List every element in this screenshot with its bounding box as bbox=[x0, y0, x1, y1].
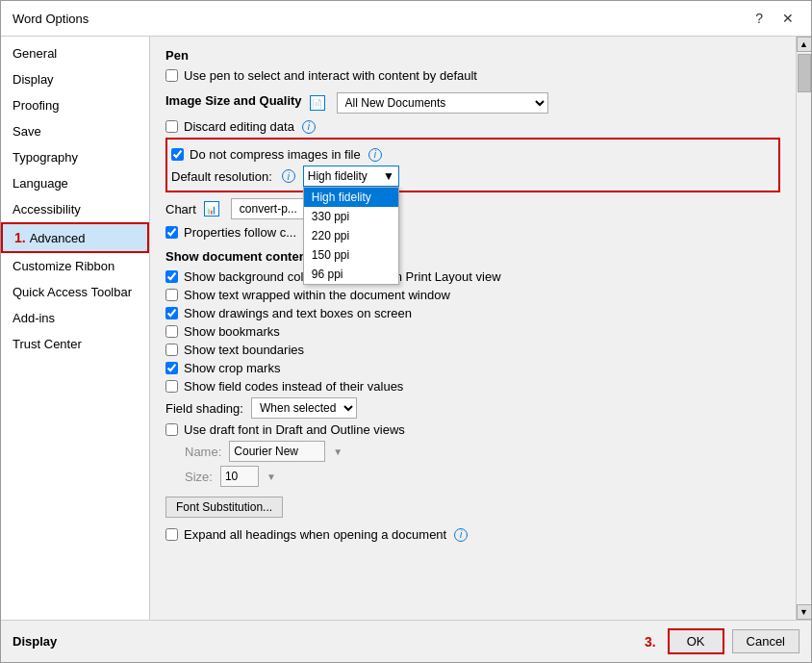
sidebar-item-customize-ribbon[interactable]: Customize Ribbon bbox=[1, 253, 149, 279]
resolution-dropdown-button[interactable]: High fidelity ▼ bbox=[303, 166, 399, 187]
discard-editing-checkbox[interactable] bbox=[165, 120, 178, 133]
show-wrapped-label: Show text wrapped within the document wi… bbox=[184, 288, 450, 302]
do-not-compress-info-icon: i bbox=[368, 148, 382, 162]
pen-section: Pen Use pen to select and interact with … bbox=[165, 48, 780, 83]
annotation-3: 3. bbox=[645, 634, 656, 650]
sidebar-item-display[interactable]: Display bbox=[1, 66, 149, 92]
show-bg-row: Show background colors and images in Pri… bbox=[165, 269, 780, 284]
chart-icon: 📊 bbox=[204, 201, 219, 217]
main-panel: Pen Use pen to select and interact with … bbox=[150, 37, 796, 620]
use-draft-font-checkbox[interactable] bbox=[165, 423, 178, 436]
pen-checkbox[interactable] bbox=[165, 69, 178, 82]
expand-headings-label: Expand all headings when opening a docum… bbox=[184, 527, 446, 542]
scroll-up-arrow[interactable]: ▲ bbox=[797, 37, 812, 52]
size-chevron-icon[interactable]: ▼ bbox=[266, 472, 276, 482]
font-name-row: Name: ▼ bbox=[185, 441, 780, 462]
sidebar-item-proofing[interactable]: Proofing bbox=[1, 92, 149, 118]
document-icon: 📄 bbox=[310, 95, 325, 111]
show-drawings-checkbox[interactable] bbox=[165, 307, 178, 319]
use-draft-font-label: Use draft font in Draft and Outline view… bbox=[184, 422, 405, 437]
word-options-dialog: Word Options ? ✕ General Display Proofin… bbox=[0, 0, 812, 663]
chevron-down-icon[interactable]: ▼ bbox=[333, 446, 343, 457]
font-size-input[interactable] bbox=[220, 466, 259, 487]
close-button[interactable]: ✕ bbox=[776, 9, 799, 28]
show-crop-label: Show crop marks bbox=[184, 361, 280, 375]
dialog-content: General Display Proofing Save Typography… bbox=[1, 37, 811, 620]
resolution-option-96ppi[interactable]: 96 ppi bbox=[304, 265, 398, 284]
show-field-codes-row: Show field codes instead of their values bbox=[165, 379, 780, 394]
sidebar-item-advanced[interactable]: 1.Advanced bbox=[1, 222, 149, 253]
red-outline-box: Do not compress images in file i Default… bbox=[165, 138, 780, 192]
vertical-scrollbar[interactable]: ▲ ▼ bbox=[796, 37, 811, 620]
pen-section-title: Pen bbox=[165, 48, 780, 63]
sidebar-item-add-ins[interactable]: Add-ins bbox=[1, 305, 149, 331]
resolution-dropdown-container: High fidelity ▼ High fidelity 330 ppi 22… bbox=[303, 166, 399, 187]
sidebar-item-quick-access[interactable]: Quick Access Toolbar bbox=[1, 279, 149, 305]
resolution-option-high-fidelity[interactable]: High fidelity bbox=[304, 188, 398, 207]
dialog-title: Word Options bbox=[13, 12, 89, 26]
show-bg-checkbox[interactable] bbox=[165, 270, 178, 283]
show-field-codes-label: Show field codes instead of their values bbox=[184, 379, 403, 394]
sidebar-item-typography[interactable]: Typography bbox=[1, 144, 149, 170]
default-resolution-label: Default resolution: bbox=[171, 169, 272, 184]
properties-follow-row: Properties follow c... bbox=[165, 225, 780, 240]
pen-checkbox-row: Use pen to select and interact with cont… bbox=[165, 68, 780, 83]
expand-headings-checkbox[interactable] bbox=[165, 528, 178, 541]
sidebar-item-trust-center[interactable]: Trust Center bbox=[1, 331, 149, 357]
show-field-codes-checkbox[interactable] bbox=[165, 380, 178, 393]
main-panel-container: Pen Use pen to select and interact with … bbox=[150, 37, 811, 620]
show-drawings-label: Show drawings and text boxes on screen bbox=[184, 306, 412, 320]
do-not-compress-checkbox[interactable] bbox=[171, 148, 184, 161]
show-crop-row: Show crop marks bbox=[165, 361, 780, 375]
font-substitution-button[interactable]: Font Substitution... bbox=[165, 497, 283, 518]
help-button[interactable]: ? bbox=[749, 9, 769, 28]
discard-editing-row: Discard editing data i bbox=[165, 119, 780, 134]
expand-headings-info-icon: i bbox=[454, 528, 468, 542]
show-boundaries-checkbox[interactable] bbox=[165, 344, 178, 356]
do-not-compress-row: Do not compress images in file i bbox=[171, 147, 774, 162]
resolution-selected-label: High fidelity bbox=[308, 169, 368, 183]
properties-follow-checkbox[interactable] bbox=[165, 226, 178, 239]
scroll-down-arrow[interactable]: ▼ bbox=[797, 604, 812, 620]
image-quality-section: Image Size and Quality 📄 All New Documen… bbox=[165, 92, 780, 240]
show-crop-checkbox[interactable] bbox=[165, 362, 178, 374]
resolution-info-icon: i bbox=[282, 169, 295, 183]
annotation-1: 1. bbox=[14, 230, 26, 245]
font-subst-row: Font Substitution... bbox=[165, 493, 780, 522]
sidebar-item-language[interactable]: Language bbox=[1, 170, 149, 196]
cancel-button[interactable]: Cancel bbox=[732, 629, 799, 653]
scroll-thumb[interactable] bbox=[798, 54, 811, 92]
resolution-option-150ppi[interactable]: 150 ppi bbox=[304, 245, 398, 265]
show-wrapped-checkbox[interactable] bbox=[165, 289, 178, 301]
all-new-documents-dropdown[interactable]: All New Documents bbox=[337, 92, 548, 114]
resolution-option-330ppi[interactable]: 330 ppi bbox=[304, 207, 398, 226]
sidebar-item-general[interactable]: General bbox=[1, 40, 149, 66]
show-bookmarks-checkbox[interactable] bbox=[165, 325, 178, 338]
font-name-input[interactable] bbox=[229, 441, 325, 462]
show-boundaries-label: Show text boundaries bbox=[184, 343, 304, 357]
sidebar-item-accessibility[interactable]: Accessibility bbox=[1, 196, 149, 222]
show-boundaries-row: Show text boundaries bbox=[165, 343, 780, 357]
pen-checkbox-label: Use pen to select and interact with cont… bbox=[184, 68, 477, 83]
resolution-option-220ppi[interactable]: 220 ppi bbox=[304, 226, 398, 245]
dialog-buttons: 3. OK Cancel bbox=[645, 628, 799, 654]
field-shading-dropdown[interactable]: When selected bbox=[251, 397, 357, 419]
show-wrapped-row: Show text wrapped within the document wi… bbox=[165, 288, 780, 302]
image-section-title: Image Size and Quality bbox=[165, 93, 302, 108]
font-size-row: Size: ▼ bbox=[185, 466, 780, 487]
main-scroll-area[interactable]: Pen Use pen to select and interact with … bbox=[150, 37, 796, 620]
field-shading-label: Field shading: bbox=[165, 401, 243, 416]
chart-label: Chart bbox=[165, 202, 196, 217]
bottom-bar: Display 3. OK Cancel bbox=[1, 620, 811, 662]
resolution-menu: High fidelity 330 ppi 220 ppi 150 ppi 96… bbox=[303, 187, 399, 285]
show-bookmarks-row: Show bookmarks bbox=[165, 324, 780, 339]
ok-button[interactable]: OK bbox=[668, 628, 724, 654]
title-bar: Word Options ? ✕ bbox=[1, 1, 811, 37]
sidebar: General Display Proofing Save Typography… bbox=[1, 37, 150, 620]
name-label: Name: bbox=[185, 445, 221, 459]
show-content-section: Show document content Show background co… bbox=[165, 249, 780, 542]
size-label: Size: bbox=[185, 470, 213, 484]
show-content-title: Show document content bbox=[165, 249, 780, 264]
discard-editing-info-icon: i bbox=[302, 120, 316, 134]
sidebar-item-save[interactable]: Save bbox=[1, 118, 149, 144]
